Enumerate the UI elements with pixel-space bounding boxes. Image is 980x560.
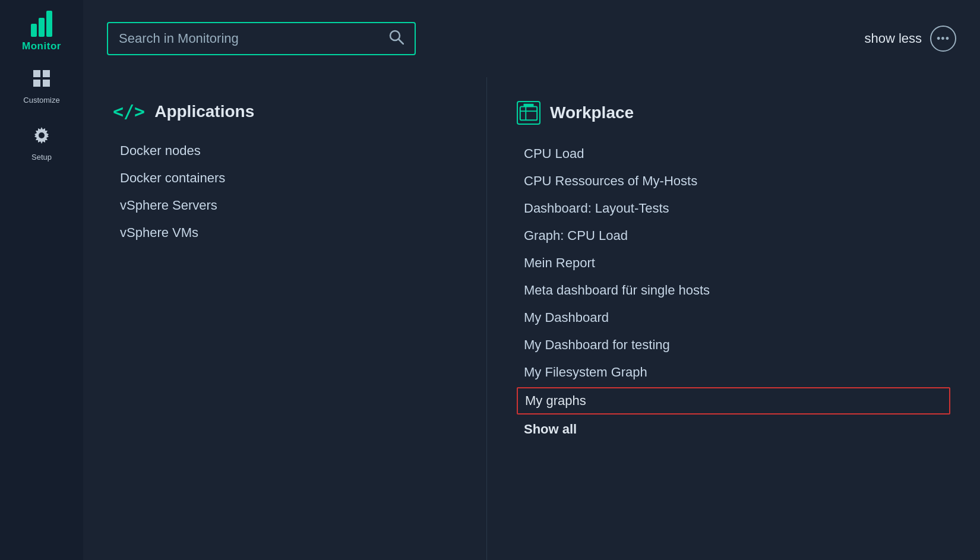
svg-rect-9 <box>523 104 533 107</box>
setup-icon <box>32 126 51 149</box>
main-content: </> Applications Docker nodes Docker con… <box>83 77 980 560</box>
list-item[interactable]: vSphere Servers <box>113 193 457 218</box>
svg-rect-2 <box>33 80 40 87</box>
svg-line-7 <box>399 39 403 44</box>
show-all-item[interactable]: Show all <box>517 417 950 442</box>
search-icon <box>388 29 404 48</box>
sidebar-item-setup[interactable]: Setup <box>0 115 83 172</box>
search-box[interactable] <box>107 22 416 55</box>
list-item[interactable]: My Dashboard for testing <box>517 333 950 357</box>
list-item[interactable]: Docker containers <box>113 166 457 191</box>
svg-rect-3 <box>43 80 50 87</box>
sidebar-item-customize[interactable]: Customize <box>0 58 83 115</box>
list-item[interactable]: Graph: CPU Load <box>517 223 950 248</box>
sidebar-item-customize-label: Customize <box>23 96 59 105</box>
svg-rect-1 <box>43 70 50 77</box>
workplace-header: Workplace <box>517 101 950 125</box>
list-item[interactable]: Mein Report <box>517 251 950 276</box>
applications-icon: </> <box>113 101 145 122</box>
list-item[interactable]: My Dashboard <box>517 305 950 330</box>
list-item[interactable]: CPU Ressources of My-Hosts <box>517 169 950 194</box>
topbar: show less ••• <box>83 0 980 77</box>
my-graphs-item[interactable]: My graphs <box>517 387 950 415</box>
monitor-logo-icon <box>31 11 52 37</box>
workplace-column: Workplace CPU Load CPU Ressources of My-… <box>487 77 980 560</box>
search-input[interactable] <box>119 31 381 46</box>
sidebar-item-setup-label: Setup <box>31 153 52 162</box>
svg-rect-8 <box>520 107 537 121</box>
customize-icon <box>32 69 51 92</box>
list-item[interactable]: CPU Load <box>517 141 950 166</box>
sidebar: Monitor Customize Setup <box>0 0 83 560</box>
applications-title: Applications <box>154 102 254 121</box>
list-item[interactable]: vSphere VMs <box>113 220 457 245</box>
list-item[interactable]: Meta dashboard für single hosts <box>517 278 950 303</box>
logo-bar-1 <box>31 24 37 37</box>
topbar-right: show less ••• <box>864 26 956 52</box>
list-item[interactable]: Docker nodes <box>113 138 457 163</box>
svg-rect-0 <box>33 70 40 77</box>
sidebar-logo: Monitor <box>0 0 83 58</box>
workplace-list: CPU Load CPU Ressources of My-Hosts Dash… <box>517 141 950 442</box>
workplace-title: Workplace <box>550 103 634 122</box>
logo-bar-3 <box>46 11 52 37</box>
applications-column: </> Applications Docker nodes Docker con… <box>83 77 487 560</box>
list-item[interactable]: Dashboard: Layout-Tests <box>517 196 950 221</box>
applications-header: </> Applications <box>113 101 457 122</box>
logo-label: Monitor <box>22 40 61 52</box>
show-less-label[interactable]: show less <box>864 31 922 46</box>
list-item[interactable]: My Filesystem Graph <box>517 360 950 385</box>
dots-icon: ••• <box>937 33 950 45</box>
applications-list: Docker nodes Docker containers vSphere S… <box>113 138 457 245</box>
workplace-icon <box>517 101 540 125</box>
logo-bar-2 <box>39 18 45 37</box>
svg-point-5 <box>39 132 45 138</box>
more-options-button[interactable]: ••• <box>930 26 956 52</box>
